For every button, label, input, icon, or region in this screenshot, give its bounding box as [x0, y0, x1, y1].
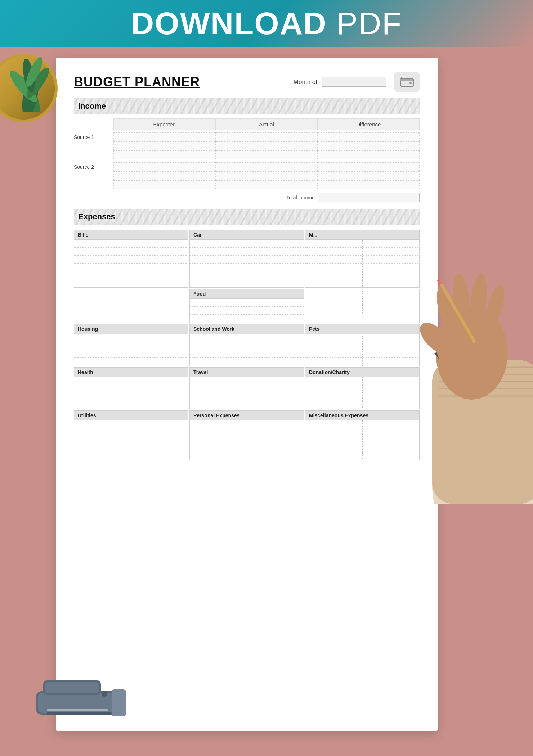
source2-expected3[interactable]: [113, 180, 215, 189]
expected-header: Expected: [113, 118, 215, 130]
doc-header: BUDGET PLANNER Month of: [74, 72, 420, 92]
svg-rect-27: [112, 689, 126, 716]
doc-title: BUDGET PLANNER: [74, 75, 200, 90]
bills-category: Bills: [74, 230, 188, 288]
misc-col1-title: M...: [305, 230, 419, 240]
cont3-row2: [305, 289, 420, 323]
pets-category: Pets: [305, 324, 420, 366]
bills-cell2[interactable]: [131, 240, 188, 247]
car-title: Car: [190, 230, 304, 240]
source1-diff3[interactable]: [318, 150, 420, 159]
donation-category: Donation/Charity: [305, 367, 420, 409]
travel-category: Travel: [189, 367, 304, 409]
banner-text: DOWNLOAD PDF: [131, 5, 402, 42]
plant-decoration: [0, 47, 72, 162]
source2-diff2[interactable]: [318, 171, 420, 180]
expenses-row3: Housing School and Work: [74, 324, 420, 366]
month-label: Month of: [294, 78, 317, 86]
income-section-header: Income: [74, 98, 420, 114]
expenses-title: Expenses: [74, 212, 115, 221]
difference-header: Difference: [318, 118, 420, 130]
source1-expected3[interactable]: [113, 150, 215, 159]
source2-expected1[interactable]: [113, 162, 215, 171]
car-row3: [190, 256, 304, 264]
stapler-decoration: [32, 670, 133, 727]
donation-title: Donation/Charity: [305, 368, 419, 377]
s1-empty1: [74, 141, 113, 150]
source1-row2: [74, 141, 420, 150]
month-area: Month of: [294, 72, 420, 92]
top-banner: DOWNLOAD PDF: [0, 0, 533, 47]
school-work-category: School and Work: [189, 324, 304, 366]
hand-decoration: [403, 252, 533, 504]
school-work-title: School and Work: [190, 324, 304, 334]
document-paper: BUDGET PLANNER Month of Income Expect: [56, 58, 438, 731]
bills-row5: [74, 271, 188, 279]
source2-actual3[interactable]: [215, 180, 317, 189]
svg-point-28: [102, 691, 107, 697]
car-row5: [190, 271, 304, 279]
source1-actual1[interactable]: [215, 132, 317, 141]
source2-label: Source 2: [74, 162, 113, 171]
utilities-title: Utilities: [74, 411, 188, 420]
bills-row4: [74, 264, 188, 271]
wallet-icon: [400, 76, 414, 88]
wallet-icon-box: [394, 72, 420, 92]
banner-light: PDF: [336, 5, 402, 41]
housing-category: Housing: [74, 324, 188, 366]
source1-expected1[interactable]: [113, 132, 215, 141]
misc-col1-category: M...: [305, 230, 420, 288]
source1-actual2[interactable]: [215, 141, 317, 150]
total-income-label: Total income: [215, 193, 317, 202]
svg-rect-33: [402, 77, 408, 79]
actual-header: Actual: [215, 118, 317, 130]
bills-title: Bills: [74, 230, 188, 240]
expenses-row4: Health Travel: [74, 367, 420, 409]
income-header-row: Expected Actual Difference: [74, 118, 420, 130]
food-row2: [190, 307, 304, 315]
month-field[interactable]: [322, 77, 386, 87]
source1-row1: Source 1: [74, 132, 420, 141]
source1-actual3[interactable]: [215, 150, 317, 159]
total-income-field[interactable]: [318, 193, 420, 202]
expenses-row2: Food: [74, 289, 420, 323]
personal-expenses-category: Personal Expenses: [189, 410, 304, 460]
health-title: Health: [74, 368, 188, 377]
banner-bold: DOWNLOAD: [131, 5, 327, 41]
source2-expected2[interactable]: [113, 171, 215, 180]
misc-expenses-category: Miscellaneous Expenses: [305, 410, 420, 460]
source2-actual2[interactable]: [215, 171, 317, 180]
source1-diff2[interactable]: [318, 141, 420, 150]
food-title: Food: [190, 289, 304, 299]
source2-diff1[interactable]: [318, 162, 420, 171]
car-row2: [190, 248, 304, 256]
bills-cont: [74, 289, 188, 323]
total-income-row: Total income: [74, 193, 420, 202]
s2-empty2: [74, 180, 113, 189]
svg-point-32: [409, 82, 412, 84]
personal-expenses-title: Personal Expenses: [190, 411, 304, 420]
source2-actual1[interactable]: [215, 162, 317, 171]
pets-title: Pets: [305, 324, 419, 334]
s1-empty2: [74, 150, 113, 159]
svg-rect-26: [47, 712, 112, 715]
expenses-row1: Bills: [74, 230, 420, 288]
plant-leaves-svg: [2, 40, 59, 112]
svg-rect-25: [45, 682, 99, 693]
source1-expected2[interactable]: [113, 141, 215, 150]
source2-diff3[interactable]: [318, 180, 420, 189]
bills-row1: [74, 240, 188, 248]
bills-cell1[interactable]: [74, 240, 131, 247]
bills-row2: [74, 248, 188, 256]
source1-row3: [74, 150, 420, 159]
car-row4: [190, 264, 304, 271]
housing-title: Housing: [74, 324, 188, 334]
health-category: Health: [74, 367, 188, 409]
car-row6: [190, 279, 304, 287]
bills-row6: [74, 279, 188, 287]
car-row1: [190, 240, 304, 248]
svg-rect-31: [400, 79, 413, 81]
income-table-area: Expected Actual Difference Source 1 Sour…: [74, 118, 420, 202]
bills-row3: [74, 256, 188, 264]
source1-diff1[interactable]: [318, 132, 420, 141]
